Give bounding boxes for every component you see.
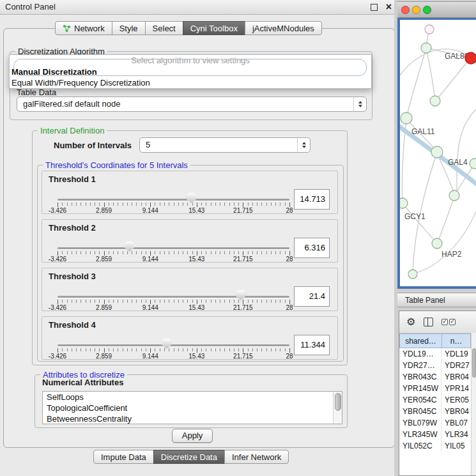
table-row[interactable]: YER054CYER05 bbox=[399, 394, 471, 406]
network-node[interactable] bbox=[449, 190, 459, 201]
window-title: Control Panel bbox=[5, 0, 56, 14]
threshold-4-slider[interactable]: -3.426 2.859 9.144 15.43 21.715 28 bbox=[58, 336, 289, 359]
table-panel-titlebar[interactable]: Table Panel bbox=[397, 293, 476, 307]
network-node[interactable] bbox=[431, 146, 443, 158]
tab-network[interactable]: Network bbox=[55, 21, 112, 35]
float-window-icon[interactable] bbox=[371, 4, 378, 11]
table-cell[interactable]: YPR14 bbox=[441, 383, 471, 394]
table-cell[interactable]: YDR27 bbox=[441, 360, 471, 371]
table-scrollbar[interactable] bbox=[471, 333, 476, 475]
combobox-stepper-icon[interactable] bbox=[297, 138, 310, 152]
table-row[interactable]: YBR043CYBR04 bbox=[399, 371, 471, 383]
column-header-shared-name[interactable]: shared… bbox=[399, 334, 441, 348]
tab-discretize-data[interactable]: Discretize Data bbox=[153, 450, 225, 464]
list-item[interactable]: BetweennessCentrality bbox=[43, 413, 342, 424]
tab-infer-network[interactable]: Infer Network bbox=[224, 450, 289, 464]
gear-icon[interactable]: ⚙ bbox=[406, 317, 415, 327]
table-cell[interactable]: YBR045C bbox=[399, 406, 441, 417]
minimize-traffic-light-icon[interactable] bbox=[412, 6, 420, 14]
algorithm-option-manual-discretization[interactable]: Manual Discretization bbox=[10, 66, 371, 77]
network-node[interactable] bbox=[425, 25, 434, 34]
numerical-attributes-list[interactable]: SelfLoops TopologicalCoefficient Between… bbox=[42, 391, 342, 424]
checkbox-icon[interactable] bbox=[441, 319, 448, 325]
algorithm-option-equal-width-frequency[interactable]: Equal Width/Frequency Discretization bbox=[10, 77, 371, 88]
slider-thumb[interactable] bbox=[162, 339, 171, 349]
network-node[interactable] bbox=[430, 96, 440, 106]
table-cell[interactable]: YER054C bbox=[399, 394, 441, 406]
table-row[interactable]: YPR145WYPR14 bbox=[399, 383, 471, 394]
threshold-value-field[interactable]: 11.344 bbox=[294, 335, 330, 355]
table-cell[interactable]: YLR34 bbox=[441, 429, 471, 440]
threshold-value-field[interactable]: 6.316 bbox=[294, 238, 330, 258]
tab-impute-data[interactable]: Impute Data bbox=[93, 450, 154, 464]
table-cell[interactable]: YIL05 bbox=[441, 440, 471, 452]
network-node[interactable] bbox=[400, 198, 408, 208]
slider-thumb[interactable] bbox=[187, 193, 196, 203]
table-cell[interactable]: YDL19… bbox=[399, 348, 441, 360]
column-header-name[interactable]: n… bbox=[441, 334, 471, 348]
table-cell[interactable]: YBR04 bbox=[441, 371, 471, 383]
network-edge[interactable] bbox=[403, 204, 436, 243]
threshold-2-slider[interactable]: -3.426 2.859 9.144 15.43 21.715 28 bbox=[58, 239, 289, 262]
tab-select[interactable]: Select bbox=[145, 21, 183, 35]
network-window-titlebar[interactable] bbox=[397, 1, 476, 18]
zoom-traffic-light-icon[interactable] bbox=[423, 6, 431, 14]
threshold-value-field[interactable]: 21.4 bbox=[294, 286, 330, 307]
checkbox-icon[interactable] bbox=[449, 319, 456, 325]
algorithm-placeholder-item[interactable]: Select algorithm to view settings bbox=[10, 55, 371, 66]
close-icon[interactable]: × bbox=[386, 1, 392, 13]
network-node[interactable] bbox=[421, 43, 431, 53]
network-edge[interactable] bbox=[438, 197, 454, 243]
table-row[interactable]: YBL079WYBL07 bbox=[399, 417, 471, 429]
scrollbar-thumb[interactable] bbox=[335, 393, 341, 411]
slider-thumb[interactable] bbox=[125, 242, 134, 252]
list-scrollbar[interactable] bbox=[333, 392, 342, 424]
network-node[interactable] bbox=[401, 112, 412, 124]
slider-major-tick bbox=[197, 348, 197, 353]
list-item[interactable]: TopologicalCoefficient bbox=[43, 403, 342, 413]
table-row[interactable]: YBR045CYBR04 bbox=[399, 406, 471, 417]
table-cell[interactable]: YBL07 bbox=[441, 417, 471, 429]
table-row[interactable]: YLR345WYLR34 bbox=[399, 429, 471, 440]
network-node[interactable] bbox=[470, 158, 476, 169]
table-cell[interactable]: YDR27… bbox=[399, 360, 441, 371]
columns-icon[interactable] bbox=[424, 318, 433, 326]
network-canvas[interactable]: GAL80GAL11GAL4GCY1HAP2 bbox=[400, 20, 476, 286]
tab-style[interactable]: Style bbox=[112, 21, 146, 35]
threshold-3-slider[interactable]: -3.426 2.859 9.144 15.43 21.715 28 bbox=[58, 288, 289, 311]
network-node[interactable] bbox=[465, 52, 476, 64]
select-columns-icons[interactable] bbox=[441, 319, 456, 325]
table-cell[interactable]: YDL19 bbox=[441, 348, 471, 360]
threshold-1-slider[interactable]: -3.426 2.859 9.144 15.43 21.715 28 bbox=[58, 190, 289, 213]
table-cell[interactable]: YBR04 bbox=[441, 406, 471, 417]
list-item[interactable]: SelfLoops bbox=[43, 392, 342, 403]
table-row[interactable]: YIL052CYIL05 bbox=[399, 440, 471, 452]
tab-cyni-toolbox[interactable]: Cyni Toolbox bbox=[183, 21, 245, 35]
network-node[interactable] bbox=[432, 238, 442, 249]
threshold-value-field[interactable]: 14.713 bbox=[294, 189, 330, 210]
table-row[interactable]: YDR27…YDR27 bbox=[399, 360, 471, 371]
table-row[interactable]: YDL19…YDL19 bbox=[399, 348, 471, 360]
close-traffic-light-icon[interactable] bbox=[401, 6, 410, 14]
tab-jactivemnodules[interactable]: jActiveMNodules bbox=[245, 21, 322, 35]
tick-label: 2.859 bbox=[96, 304, 112, 311]
network-edge[interactable] bbox=[407, 48, 426, 116]
table-data-combobox[interactable]: galFiltered.sif default node bbox=[17, 96, 367, 112]
apply-button[interactable]: Apply bbox=[172, 429, 213, 443]
table-cell[interactable]: YIL052C bbox=[399, 440, 441, 452]
table-cell[interactable]: YPR145W bbox=[399, 383, 441, 394]
table-cell[interactable]: YBL079W bbox=[399, 417, 441, 429]
network-edge[interactable] bbox=[426, 48, 435, 100]
network-edge[interactable] bbox=[435, 59, 470, 102]
slider-thumb[interactable] bbox=[236, 290, 245, 300]
threshold-label: Threshold 3 bbox=[49, 272, 96, 281]
scrollbar-thumb[interactable] bbox=[472, 348, 476, 378]
window-titlebar[interactable]: Control Panel × bbox=[0, 0, 397, 15]
table-cell[interactable]: YER05 bbox=[441, 394, 471, 406]
table-cell[interactable]: YLR345W bbox=[399, 429, 441, 440]
number-of-intervals-combobox[interactable]: 5 bbox=[139, 137, 311, 153]
network-node[interactable] bbox=[408, 270, 417, 279]
network-graph[interactable]: GAL80GAL11GAL4GCY1HAP2 bbox=[400, 20, 476, 286]
combobox-stepper-icon[interactable] bbox=[353, 97, 366, 111]
table-cell[interactable]: YBR043C bbox=[399, 371, 441, 383]
